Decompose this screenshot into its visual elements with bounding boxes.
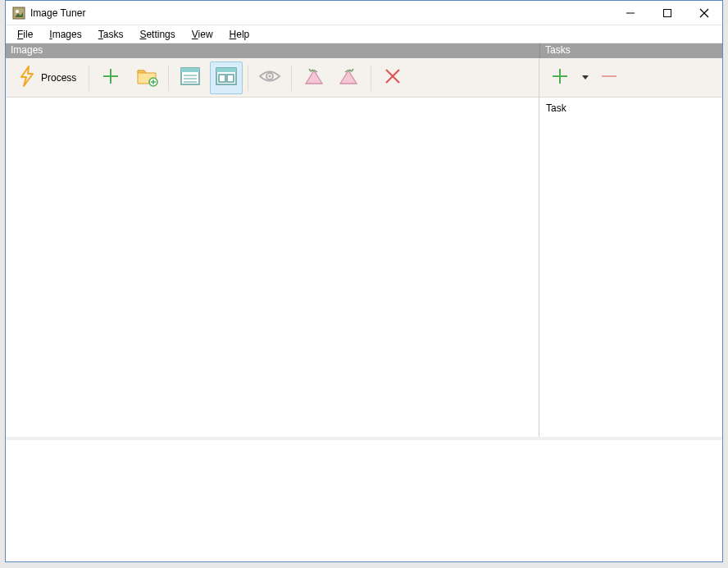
list-view-button[interactable] — [174, 61, 207, 94]
rotate-right-button[interactable] — [333, 61, 366, 94]
menu-images[interactable]: Images — [43, 27, 88, 42]
images-panel-header: Images — [6, 43, 539, 58]
menu-help[interactable]: Help — [223, 27, 257, 42]
plus-icon — [102, 67, 120, 88]
toolbar-separator — [168, 65, 169, 91]
process-label: Process — [41, 72, 76, 84]
bottom-panel — [6, 437, 722, 561]
svg-rect-3 — [663, 9, 671, 16]
svg-point-21 — [269, 75, 271, 78]
menubar: File Images Tasks Settings View Help — [6, 25, 722, 43]
remove-task-button[interactable] — [595, 61, 623, 94]
add-task-dropdown[interactable] — [576, 61, 592, 94]
tasks-toolbar — [539, 58, 722, 98]
thumbnail-view-icon — [216, 67, 237, 88]
tasks-panel-header: Tasks — [539, 43, 722, 58]
close-button[interactable] — [685, 1, 722, 25]
svg-rect-17 — [216, 68, 236, 72]
menu-file[interactable]: File — [11, 27, 39, 42]
task-column-header: Task — [539, 98, 722, 119]
toolbar-separator — [89, 65, 89, 91]
maximize-button[interactable] — [648, 1, 685, 25]
minimize-button[interactable] — [612, 1, 648, 25]
window-controls — [612, 1, 722, 25]
minus-icon — [600, 68, 618, 87]
app-icon — [12, 7, 25, 20]
images-toolbar: Process — [6, 58, 539, 98]
close-icon — [700, 9, 708, 17]
main-area: Process — [6, 58, 722, 437]
rotate-right-icon — [339, 67, 360, 88]
titlebar: Image Tuner — [6, 1, 722, 25]
window-title: Image Tuner — [30, 7, 85, 19]
tasks-pane: Task — [539, 58, 722, 437]
rotate-left-button[interactable] — [297, 61, 330, 94]
menu-view[interactable]: View — [185, 27, 220, 42]
panel-headers: Images Tasks — [6, 43, 722, 58]
maximize-icon — [663, 9, 671, 17]
lightning-icon — [18, 66, 36, 89]
app-window: Image Tuner File Images Tasks Settings V… — [5, 0, 723, 562]
eye-icon — [258, 69, 281, 86]
add-task-button[interactable] — [548, 61, 572, 94]
toolbar-separator — [248, 65, 248, 91]
x-icon — [384, 68, 401, 87]
images-pane: Process — [6, 58, 539, 437]
menu-settings[interactable]: Settings — [133, 27, 181, 42]
menu-tasks[interactable]: Tasks — [92, 27, 130, 42]
chevron-down-icon — [582, 75, 589, 80]
images-list[interactable] — [6, 98, 539, 437]
add-image-button[interactable] — [94, 61, 127, 94]
rotate-left-icon — [303, 67, 324, 88]
toolbar-separator — [291, 65, 292, 91]
process-button[interactable]: Process — [11, 61, 84, 94]
svg-rect-12 — [181, 68, 199, 72]
list-view-icon — [180, 67, 200, 88]
svg-point-1 — [16, 10, 19, 13]
toolbar-separator — [371, 65, 371, 91]
delete-button[interactable] — [376, 61, 409, 94]
folder-plus-icon — [136, 66, 157, 89]
preview-button[interactable] — [253, 61, 286, 94]
thumbnail-view-button[interactable] — [210, 61, 243, 94]
tasks-list[interactable]: Task — [539, 98, 722, 437]
minimize-icon — [626, 9, 635, 17]
plus-icon — [552, 68, 568, 87]
add-folder-button[interactable] — [130, 61, 163, 94]
